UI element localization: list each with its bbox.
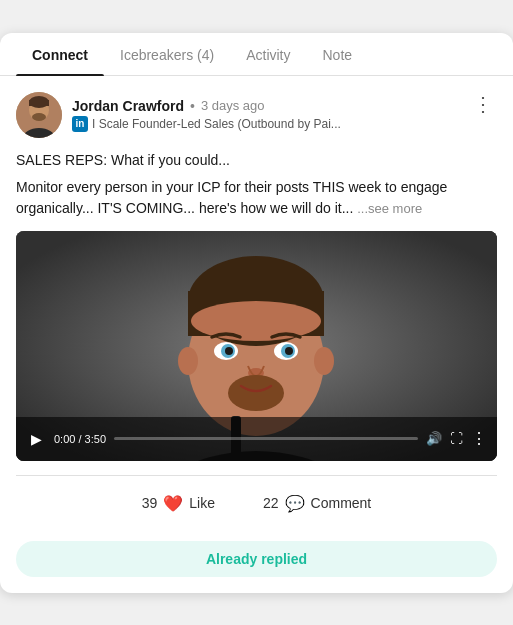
progress-bar[interactable] <box>114 437 418 440</box>
svg-point-22 <box>314 347 334 375</box>
post-text: SALES REPS: What if you could... Monitor… <box>16 150 497 219</box>
reactions-bar: 39 ❤️ Like 22 💬 Comment <box>16 488 497 525</box>
volume-button[interactable]: 🔊 <box>426 431 442 446</box>
post-headline: SALES REPS: What if you could... <box>16 150 497 171</box>
fullscreen-button[interactable]: ⛶ <box>450 431 463 446</box>
comment-label: Comment <box>311 495 372 511</box>
svg-point-12 <box>191 301 321 341</box>
like-count: 39 <box>142 495 158 511</box>
like-reaction[interactable]: 39 ❤️ Like <box>142 494 215 513</box>
current-time: 0:00 <box>54 433 75 445</box>
play-button[interactable]: ▶ <box>26 431 46 447</box>
post-header: Jordan Crawford • 3 days ago in I Scale … <box>16 92 497 138</box>
tab-bar: Connect Icebreakers (4) Activity Note <box>0 33 513 76</box>
see-more-link[interactable]: ...see more <box>357 201 422 216</box>
svg-point-18 <box>285 347 293 355</box>
comment-count: 22 <box>263 495 279 511</box>
dot-separator: • <box>190 98 195 114</box>
divider <box>16 475 497 476</box>
tab-note[interactable]: Note <box>307 33 369 75</box>
video-controls: ▶ 0:00 / 3:50 🔊 ⛶ ⋮ <box>16 417 497 461</box>
svg-point-20 <box>228 375 284 411</box>
video-player[interactable]: ▶ 0:00 / 3:50 🔊 ⛶ ⋮ <box>16 231 497 461</box>
video-more-button[interactable]: ⋮ <box>471 429 487 448</box>
avatar <box>16 92 62 138</box>
svg-rect-3 <box>29 100 49 106</box>
comment-icon: 💬 <box>285 494 305 513</box>
post-container: Jordan Crawford • 3 days ago in I Scale … <box>0 76 513 541</box>
post-more-button[interactable]: ⋮ <box>469 92 497 116</box>
heart-icon: ❤️ <box>163 494 183 513</box>
author-name-row: Jordan Crawford • 3 days ago <box>72 98 341 114</box>
author-subtitle-text: I Scale Founder-Led Sales (Outbound by P… <box>92 117 341 131</box>
time-display: 0:00 / 3:50 <box>54 433 106 445</box>
svg-point-5 <box>32 113 46 121</box>
linkedin-icon: in <box>72 116 88 132</box>
main-card: Connect Icebreakers (4) Activity Note <box>0 33 513 593</box>
total-time: 3:50 <box>85 433 106 445</box>
already-replied-button[interactable]: Already replied <box>16 541 497 577</box>
post-author: Jordan Crawford • 3 days ago in I Scale … <box>16 92 341 138</box>
tab-activity[interactable]: Activity <box>230 33 306 75</box>
author-info: Jordan Crawford • 3 days ago in I Scale … <box>72 98 341 132</box>
post-body: Monitor every person in your ICP for the… <box>16 177 497 219</box>
svg-point-17 <box>225 347 233 355</box>
author-subtitle: in I Scale Founder-Led Sales (Outbound b… <box>72 116 341 132</box>
comment-reaction[interactable]: 22 💬 Comment <box>263 494 371 513</box>
tab-connect[interactable]: Connect <box>16 33 104 75</box>
tab-icebreakers[interactable]: Icebreakers (4) <box>104 33 230 75</box>
like-label: Like <box>189 495 215 511</box>
post-timestamp: 3 days ago <box>201 98 265 113</box>
author-name: Jordan Crawford <box>72 98 184 114</box>
svg-point-21 <box>178 347 198 375</box>
